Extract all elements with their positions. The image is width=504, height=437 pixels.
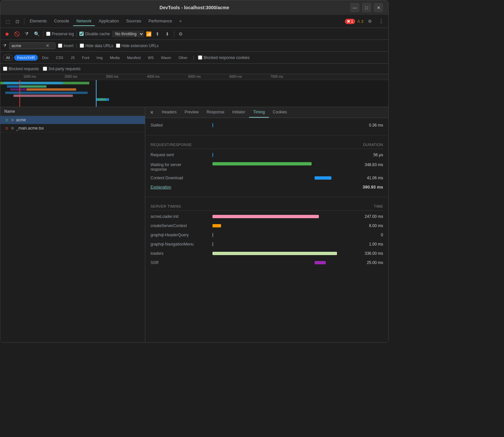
tab-performance[interactable]: Performance (145, 17, 176, 26)
hide-extension-urls-checkbox[interactable]: Hide extension URLs (116, 44, 159, 48)
tick-2000: 2000 ms (65, 75, 77, 78)
tab-sources[interactable]: Sources (123, 17, 145, 26)
acme-loader-bar-area (212, 215, 354, 218)
timing-section-top: Stalled 0.36 ms (145, 118, 388, 132)
settings-button[interactable]: ⚙ (365, 17, 375, 26)
request-name-main: _main.acme.tsx (16, 126, 141, 131)
type-filter-manifest[interactable]: Manifest (124, 55, 144, 61)
search-button[interactable]: 🔍 (33, 30, 41, 38)
type-filter-media[interactable]: Media (107, 55, 123, 61)
tab-elements[interactable]: Elements (26, 17, 50, 26)
wf-bar-green3 (98, 98, 106, 101)
tab-application[interactable]: Application (96, 17, 122, 26)
close-details-button[interactable]: ✕ (148, 108, 156, 116)
loaders-label: loaders (151, 251, 210, 256)
maximize-button[interactable]: □ (362, 3, 371, 12)
explanation-link[interactable]: Explanation (151, 185, 210, 189)
tab-response[interactable]: Response (203, 107, 228, 118)
toolbar-sep-2 (76, 31, 77, 37)
create-server-bar (212, 224, 221, 227)
type-filter-fetch-xhr[interactable]: Fetch/XHR (14, 55, 38, 61)
type-filter-img[interactable]: Img (94, 55, 105, 61)
type-filter-wasm[interactable]: Wasm (158, 55, 174, 61)
request-item-acme[interactable]: ☰ ⚙ acme (0, 116, 145, 124)
clear-filter-button[interactable]: ✕ (46, 44, 49, 48)
type-filter-font[interactable]: Font (79, 55, 92, 61)
graphql-header-value: 0 (357, 233, 383, 237)
blocked-cookies-checkbox[interactable]: Blocked response cookies (198, 55, 249, 60)
type-filter-ws[interactable]: WS (145, 55, 157, 61)
create-server-label: createServerContext (151, 223, 210, 228)
request-item-main[interactable]: ☰ ⚙ _main.acme.tsx (0, 124, 145, 132)
device-toolbar-icon[interactable]: ⊡ (13, 17, 22, 26)
acme-loader-value: 247.00 ms (357, 214, 383, 219)
export-button[interactable]: ⬇ (163, 30, 171, 38)
timing-content: Stalled 0.36 ms Request/Response DURATIO… (145, 118, 388, 343)
ssr-value: 25.00 ms (357, 260, 383, 265)
ssr-label: SSR (151, 260, 210, 265)
ssr-bar (315, 261, 326, 264)
details-panel: ✕ Headers Preview Response Initiator Tim… (145, 107, 388, 343)
hide-data-urls-checkbox[interactable]: Hide data URLs (80, 44, 113, 48)
tick-6000: 6000 ms (229, 75, 242, 78)
content-download-value: 41.06 ms (357, 176, 383, 180)
network-settings-button[interactable]: ⚙ (177, 30, 185, 38)
graphql-header-bar (212, 233, 213, 237)
type-filter-all[interactable]: All (3, 55, 13, 61)
tab-headers[interactable]: Headers (158, 107, 181, 118)
graphql-nav-value: 1.00 ms (357, 242, 383, 247)
disable-cache-checkbox[interactable]: Disable cache (79, 32, 110, 36)
tab-preview[interactable]: Preview (181, 107, 203, 118)
timeline-ruler: 1000 ms 2000 ms 3000 ms 4000 ms 5000 ms … (0, 74, 388, 80)
tab-network[interactable]: Network (73, 17, 95, 26)
toolbar-sep-1 (43, 31, 43, 37)
timing-row-graphql-header: graphql-HeaderQuery 0 (151, 230, 383, 240)
section-header-server: Server Timing TIME (151, 202, 383, 211)
filter-toggle-button[interactable]: ⧩ (23, 30, 31, 38)
timing-divider-2 (145, 197, 388, 197)
third-party-checkbox[interactable]: 3rd-party requests (43, 67, 80, 71)
stalled-value: 0.36 ms (357, 123, 383, 128)
error-badge: ✖ 1 (345, 19, 355, 24)
filter-input[interactable] (12, 44, 44, 48)
search-icon: 🔍 (34, 31, 40, 37)
tab-initiator[interactable]: Initiator (228, 107, 249, 118)
blocked-requests-checkbox[interactable]: Blocked requests (3, 67, 39, 71)
tab-cookies[interactable]: Cookies (269, 107, 291, 118)
request-icon-main: ☰ (4, 126, 9, 131)
stalled-bar (212, 123, 213, 127)
inspect-element-icon[interactable]: ⬚ (3, 17, 12, 26)
close-button[interactable]: ✕ (374, 3, 383, 12)
loaders-bar-area (212, 251, 354, 255)
timing-row-stalled: Stalled 0.36 ms (151, 121, 383, 130)
tab-more[interactable]: » (176, 17, 185, 26)
type-filter-doc[interactable]: Doc (39, 55, 52, 61)
tab-timing[interactable]: Timing (249, 107, 269, 118)
preserve-log-checkbox[interactable]: Preserve log (46, 32, 74, 36)
import-button[interactable]: ⬆ (154, 30, 161, 38)
wf-bar-green2 (20, 85, 46, 88)
record-button[interactable]: ⏺ (3, 30, 11, 38)
filter-icon: ⧩ (25, 31, 29, 37)
title-bar: DevTools - localhost:3000/acme — □ ✕ (0, 0, 388, 15)
more-options-button[interactable]: ⋮ (377, 17, 386, 26)
request-sent-value: 56 μs (357, 153, 383, 157)
tab-console[interactable]: Console (51, 17, 72, 26)
type-filter-css[interactable]: CSS (53, 55, 67, 61)
throttle-select[interactable]: No throttling Fast 3G Slow 3G Offline (112, 31, 144, 37)
type-filter-other[interactable]: Other (175, 55, 190, 61)
timing-row-request-sent: Request sent 56 μs (151, 150, 383, 160)
request-sent-bar-area (212, 153, 354, 157)
clear-button[interactable]: 🚫 (13, 30, 21, 38)
filter-bar: ⧩ ✕ Invert | Hide data URLs Hide extensi… (0, 40, 388, 52)
window-title: DevTools - localhost:3000/acme (159, 5, 229, 10)
timing-row-loaders: loaders 336.00 ms (151, 249, 383, 258)
stalled-label: Stalled (151, 123, 210, 128)
details-tabs: ✕ Headers Preview Response Initiator Tim… (145, 107, 388, 118)
minimize-button[interactable]: — (350, 3, 359, 12)
tick-1000: 1000 ms (23, 75, 36, 78)
extra-filter-bar: Blocked requests 3rd-party requests (0, 64, 388, 74)
type-filter-js[interactable]: JS (68, 55, 78, 61)
stalled-bar-area (212, 123, 354, 127)
invert-checkbox[interactable]: Invert (58, 44, 73, 48)
